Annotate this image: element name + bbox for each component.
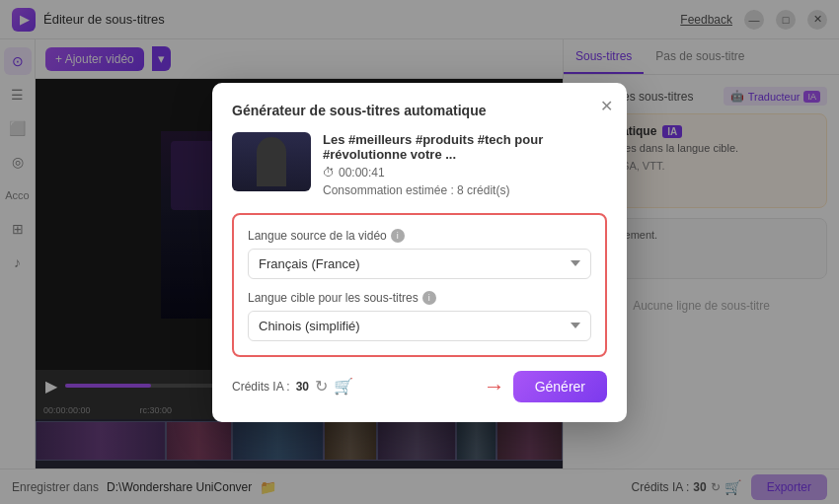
modal-credits-label: Crédits IA :: [232, 380, 290, 394]
modal-video-details: Les #meilleurs #produits #tech pour #rév…: [323, 132, 607, 197]
modal-footer-right: → Générer: [484, 371, 607, 402]
duration-value: 00:00:41: [339, 166, 385, 180]
modal-cart-button[interactable]: 🛒: [334, 377, 353, 396]
modal-credits-info: Crédits IA : 30 ↻ 🛒: [232, 377, 353, 396]
silhouette-figure: [257, 137, 286, 186]
source-lang-label: Langue source de la vidéo i: [248, 229, 591, 243]
source-lang-info-icon: i: [391, 229, 405, 243]
modal-credits-count: 30: [296, 380, 309, 394]
modal-video-duration: ⏱ 00:00:41: [323, 166, 607, 180]
modal-overlay: Générateur de sous-titres automatique ✕ …: [0, 0, 839, 504]
target-lang-field: Langue cible pour les sous-titres i Chin…: [248, 291, 591, 341]
source-lang-field: Langue source de la vidéo i Français (Fr…: [248, 229, 591, 279]
modal-arrow-icon: →: [484, 374, 505, 399]
modal-title: Générateur de sous-titres automatique: [232, 103, 607, 118]
thumbnail-silhouette: [232, 132, 311, 191]
modal-video-title: Les #meilleurs #produits #tech pour #rév…: [323, 132, 607, 162]
app-window: ▶ Éditeur de sous-titres Feedback — □ ✕ …: [0, 0, 839, 504]
modal-refresh-button[interactable]: ↻: [315, 377, 328, 396]
generate-button[interactable]: Générer: [513, 371, 607, 402]
duration-icon: ⏱: [323, 166, 335, 180]
modal-video-credits: Consommation estimée : 8 crédit(s): [323, 183, 607, 197]
modal-language-section: Langue source de la vidéo i Français (Fr…: [232, 213, 607, 357]
modal-thumbnail: [232, 132, 311, 191]
target-lang-label: Langue cible pour les sous-titres i: [248, 291, 591, 305]
modal-video-info: Les #meilleurs #produits #tech pour #rév…: [232, 132, 607, 197]
auto-subtitle-modal: Générateur de sous-titres automatique ✕ …: [212, 83, 627, 422]
source-lang-select[interactable]: Français (France) Anglais Espagnol: [248, 249, 591, 279]
target-lang-select[interactable]: Chinois (simplifié) Anglais Français (Fr…: [248, 311, 591, 341]
modal-footer: Crédits IA : 30 ↻ 🛒 → Générer: [232, 371, 607, 402]
modal-close-button[interactable]: ✕: [600, 97, 613, 115]
target-lang-info-icon: i: [422, 291, 436, 305]
